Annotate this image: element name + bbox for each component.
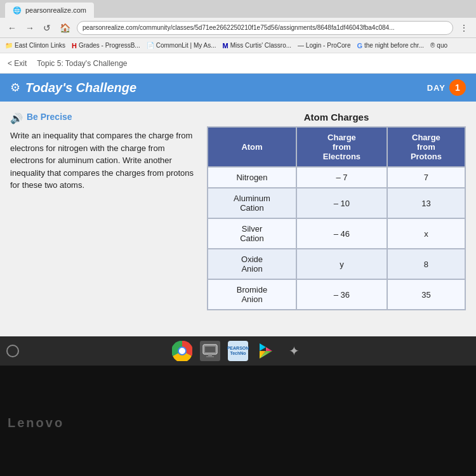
challenge-title-area: ⚙ Today's Challenge xyxy=(10,81,136,95)
address-bar[interactable]: pearsonrealize.com/community/classes/5d7… xyxy=(77,21,453,35)
svg-rect-6 xyxy=(208,354,212,356)
bookmark-label: — Login - ProCore xyxy=(298,42,350,49)
chrome-icon[interactable] xyxy=(172,341,192,361)
reload-button[interactable]: ↺ xyxy=(41,22,53,34)
cell-electrons: y xyxy=(296,249,387,279)
cell-electrons: – 10 xyxy=(296,188,387,218)
bookmark-commonlit[interactable]: 📄 CommonLit | My As... xyxy=(147,42,216,49)
bookmark-label: Miss Curtis' Classro... xyxy=(230,42,291,49)
bookmark-label: CommonLit | My As... xyxy=(156,42,216,49)
be-precise-header: 🔊 Be Precise xyxy=(10,112,194,124)
cell-protons: 35 xyxy=(387,279,465,310)
main-content: 🔊 Be Precise Write an inequality that co… xyxy=(0,102,476,336)
table-row: OxideAnion y 8 xyxy=(208,249,465,279)
tab-favicon: 🌐 xyxy=(13,6,22,15)
url-text: pearsonrealize.com/community/classes/5d7… xyxy=(83,24,394,31)
forward-button[interactable]: → xyxy=(23,22,37,34)
dots-symbol: ✦ xyxy=(289,343,300,359)
right-panel: Atom Charges Atom ChargefromElectrons Ch… xyxy=(207,112,466,326)
challenge-header: ⚙ Today's Challenge DAY 1 xyxy=(0,74,476,102)
svg-marker-8 xyxy=(260,343,266,351)
bookmark-miss-curtis[interactable]: M Miss Curtis' Classro... xyxy=(223,42,292,50)
speaker-icon: 🔊 xyxy=(10,112,23,124)
challenge-title: Today's Challenge xyxy=(25,81,136,95)
be-precise-label: Be Precise xyxy=(27,112,72,122)
col-header-electrons: ChargefromElectrons xyxy=(296,127,387,167)
bookmark-login-procore[interactable]: — Login - ProCore xyxy=(298,42,350,49)
bookmark-night-before[interactable]: G the night before chr... xyxy=(357,42,424,50)
cell-atom: Nitrogen xyxy=(208,167,296,188)
cell-atom: AluminumCation xyxy=(208,188,296,218)
browser-chrome: 🌐 pearsonrealize.com ← → ↺ 🏠 pearsonreal… xyxy=(0,0,476,53)
tab-bar: 🌐 pearsonrealize.com xyxy=(0,0,476,18)
back-button[interactable]: ← xyxy=(5,22,19,34)
bookmark-label: Grades - ProgressB... xyxy=(79,42,140,49)
taskbar: PEARSONTechNo xyxy=(0,336,476,366)
day-badge: DAY 1 xyxy=(427,79,466,96)
cell-atom: SilverCation xyxy=(208,218,296,249)
active-tab[interactable]: 🌐 pearsonrealize.com xyxy=(5,3,94,18)
cell-atom: OxideAnion xyxy=(208,249,296,279)
bookmark-icon: M xyxy=(223,42,228,50)
table-row: BromideAnion – 36 35 xyxy=(208,279,465,310)
day-label: DAY xyxy=(427,83,446,93)
taskbar-circle[interactable] xyxy=(6,345,19,357)
monitor-icon[interactable] xyxy=(200,341,220,361)
bookmarks-bar: 📁 East Clinton Links H Grades - Progress… xyxy=(0,38,476,53)
bookmark-icon: ® xyxy=(430,42,435,49)
atom-charges-table: Atom ChargefromElectrons ChargefromProto… xyxy=(207,126,466,310)
bookmark-grades[interactable]: H Grades - ProgressB... xyxy=(72,42,140,50)
tab-label: pearsonrealize.com xyxy=(25,6,86,14)
bookmark-label: quo xyxy=(437,42,447,49)
bookmark-icon: G xyxy=(357,42,362,50)
bookmark-east-clinton[interactable]: 📁 East Clinton Links xyxy=(5,42,65,49)
lenovo-logo: Lenovo xyxy=(8,416,64,430)
bookmark-icon: 📁 xyxy=(5,42,13,49)
col-header-atom: Atom xyxy=(208,127,296,167)
svg-rect-7 xyxy=(206,356,214,357)
dark-bottom: Lenovo xyxy=(0,366,476,476)
google-play-icon[interactable] xyxy=(256,341,276,361)
cell-protons: x xyxy=(387,218,465,249)
pearson-icon[interactable]: PEARSONTechNo xyxy=(228,341,248,361)
cell-electrons: – 7 xyxy=(296,167,387,188)
challenge-icon: ⚙ xyxy=(10,81,20,95)
nav-bar: ← → ↺ 🏠 pearsonrealize.com/community/cla… xyxy=(0,18,476,38)
bookmark-label: the night before chr... xyxy=(364,42,424,49)
svg-point-2 xyxy=(179,348,185,354)
pearson-label: PEARSONTechNo xyxy=(227,346,249,355)
cell-protons: 8 xyxy=(387,249,465,279)
bookmark-quo[interactable]: ® quo xyxy=(430,42,447,49)
svg-rect-5 xyxy=(205,347,215,352)
table-row: Nitrogen – 7 7 xyxy=(208,167,465,188)
col-header-protons: ChargefromProtons xyxy=(387,127,465,167)
top-nav: < Exit Topic 5: Today's Challenge xyxy=(0,53,476,74)
bookmark-icon: H xyxy=(72,42,77,50)
cell-protons: 7 xyxy=(387,167,465,188)
menu-button[interactable]: ⋮ xyxy=(457,22,471,34)
left-panel: 🔊 Be Precise Write an inequality that co… xyxy=(10,112,194,326)
bookmark-label: East Clinton Links xyxy=(15,42,65,49)
topic-label: Topic 5: Today's Challenge xyxy=(37,59,127,68)
table-title: Atom Charges xyxy=(207,112,466,122)
cell-protons: 13 xyxy=(387,188,465,218)
cell-electrons: – 46 xyxy=(296,218,387,249)
page-content: < Exit Topic 5: Today's Challenge ⚙ Toda… xyxy=(0,53,476,336)
table-row: AluminumCation – 10 13 xyxy=(208,188,465,218)
home-button[interactable]: 🏠 xyxy=(57,22,73,34)
svg-marker-9 xyxy=(266,347,272,351)
day-number: 1 xyxy=(449,79,466,96)
bookmark-icon: 📄 xyxy=(147,42,154,49)
cell-atom: BromideAnion xyxy=(208,279,296,310)
table-row: SilverCation – 46 x xyxy=(208,218,465,249)
exit-button[interactable]: < Exit xyxy=(8,59,27,68)
dots-icon[interactable]: ✦ xyxy=(284,341,304,361)
cell-electrons: – 36 xyxy=(296,279,387,310)
question-text: Write an inequality that compares the ch… xyxy=(10,129,194,192)
